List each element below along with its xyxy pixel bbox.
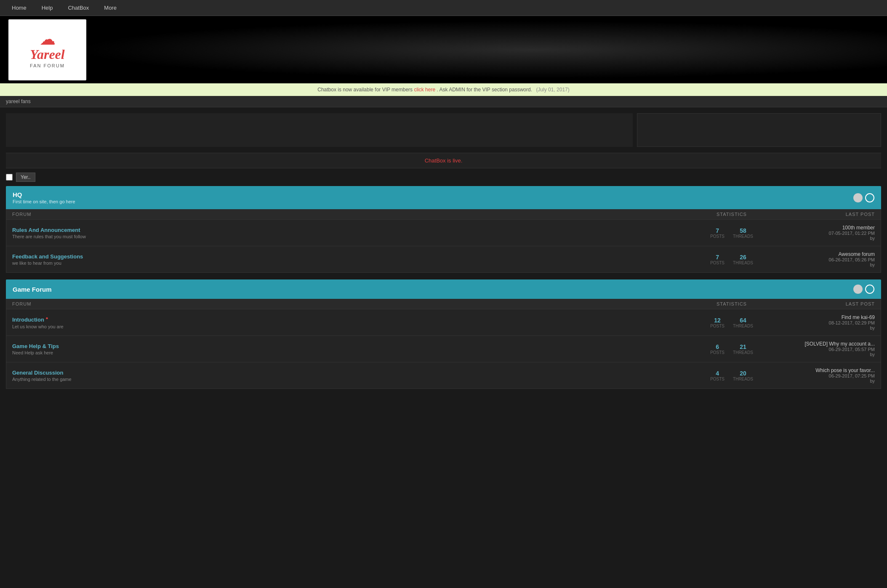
posts-label: POSTS	[710, 261, 725, 265]
table-row: Introduction ● Let us know who you are 1…	[6, 309, 881, 336]
table-row: Rules And Announcement There are rules t…	[6, 220, 881, 246]
forum-name[interactable]: General Discussion	[12, 370, 698, 376]
circle-icon-2	[865, 193, 874, 202]
forum-name[interactable]: Rules And Announcement	[12, 227, 698, 233]
notice-suffix: . Ask ADMIN for the VIP section password…	[437, 87, 532, 93]
nav-more[interactable]: More	[96, 0, 124, 16]
col-forum-label2: FORUM	[12, 301, 698, 306]
forum-info: Feedback and Suggestions we like to hear…	[12, 253, 698, 266]
threads-count: 58	[733, 227, 753, 234]
logo-title: Yareel	[30, 47, 64, 62]
posts-label: POSTS	[710, 324, 725, 328]
col-lastpost-label2: LAST POST	[765, 301, 875, 306]
ad-left	[6, 113, 633, 147]
gameforum-table-header: FORUM STATISTICS LAST POST	[6, 299, 881, 309]
posts-stat: 7 POSTS	[710, 254, 725, 265]
category-hq-desc: First time on site, then go here	[13, 199, 75, 204]
col-lastpost-label: LAST POST	[765, 212, 875, 217]
lp-title[interactable]: [SOLVED] Why my account a...	[765, 341, 875, 347]
nav-chatbox[interactable]: ChatBox	[60, 0, 96, 16]
last-post: [SOLVED] Why my account a... 06-29-2017,…	[765, 341, 875, 357]
threads-label: THREADS	[733, 261, 753, 265]
breadcrumb: yareel fans	[0, 96, 887, 107]
posts-label: POSTS	[710, 377, 725, 381]
lp-title[interactable]: Find me kai-69	[765, 314, 875, 320]
last-post: Awesome forum 06-26-2017, 05:26 PM by	[765, 251, 875, 267]
threads-stat: 26 THREADS	[733, 254, 753, 265]
threads-label: THREADS	[733, 377, 753, 381]
logo-subtitle: FAN FORUM	[30, 63, 65, 68]
forum-info: Rules And Announcement There are rules t…	[12, 227, 698, 239]
hq-forum-table: FORUM STATISTICS LAST POST Rules And Ann…	[6, 209, 881, 273]
posts-count: 7	[710, 227, 725, 234]
threads-count: 64	[733, 317, 753, 324]
hq-table-header: FORUM STATISTICS LAST POST	[6, 209, 881, 220]
threads-label: THREADS	[733, 324, 753, 328]
threads-stat: 64 THREADS	[733, 317, 753, 328]
lp-title[interactable]: Awesome forum	[765, 251, 875, 257]
posts-stat: 7 POSTS	[710, 227, 725, 239]
circle-icon-3	[853, 285, 863, 294]
forum-name[interactable]: Introduction ●	[12, 316, 698, 323]
circle-icon-4	[865, 285, 874, 294]
posts-stat: 12 POSTS	[710, 317, 725, 328]
posts-stat: 6 POSTS	[710, 343, 725, 355]
yer-button[interactable]: Yer..	[16, 173, 35, 182]
threads-stat: 21 THREADS	[733, 343, 753, 355]
yer-checkbox[interactable]	[6, 174, 13, 181]
nav-home[interactable]: Home	[4, 0, 34, 16]
last-post: Find me kai-69 08-12-2017, 02:29 PM by	[765, 314, 875, 330]
lp-title[interactable]: Which pose is your favor...	[765, 367, 875, 373]
last-post: Which pose is your favor... 06-29-2017, …	[765, 367, 875, 383]
logo-cloud-icon: ☁	[40, 31, 56, 47]
lp-date: 06-29-2017, 05:57 PM	[765, 347, 875, 352]
posts-count: 4	[710, 370, 725, 377]
lp-by: by	[765, 236, 875, 241]
lp-date: 06-26-2017, 05:26 PM	[765, 257, 875, 262]
forum-name[interactable]: Game Help & Tips	[12, 343, 698, 349]
category-gameforum-icons	[853, 285, 874, 294]
forum-sub: Anything related to the game	[12, 377, 698, 382]
forum-name[interactable]: Feedback and Suggestions	[12, 253, 698, 260]
category-hq-title: HQ	[13, 191, 75, 198]
forum-stats: 7 POSTS 58 THREADS	[698, 227, 765, 239]
nav-help[interactable]: Help	[34, 0, 61, 16]
circle-icon-1	[853, 193, 863, 202]
lp-by: by	[765, 325, 875, 330]
ad-right	[637, 113, 881, 147]
yer-section: Yer..	[0, 168, 887, 186]
col-stats-label2: STATISTICS	[698, 301, 765, 306]
category-gameforum-header: Game Forum	[6, 279, 881, 299]
new-badge: ●	[45, 316, 48, 320]
lp-date: 08-12-2017, 02:29 PM	[765, 320, 875, 325]
lp-date: 07-05-2017, 01:22 PM	[765, 231, 875, 236]
notice-bar: Chatbox is now available for VIP members…	[0, 83, 887, 96]
logo-box: ☁ Yareel FAN FORUM	[8, 19, 86, 80]
lp-title[interactable]: 100th member	[765, 225, 875, 231]
forum-sub: we like to hear from you	[12, 261, 698, 266]
notice-link[interactable]: click here	[414, 87, 435, 93]
posts-count: 6	[710, 343, 725, 350]
table-row: Feedback and Suggestions we like to hear…	[6, 246, 881, 272]
chatbox-live-bar: ChatBox is live.	[6, 153, 881, 168]
last-post: 100th member 07-05-2017, 01:22 PM by	[765, 225, 875, 241]
forum-sub: Need Help ask here	[12, 350, 698, 355]
threads-stat: 58 THREADS	[733, 227, 753, 239]
gameforum-table: FORUM STATISTICS LAST POST Introduction …	[6, 299, 881, 389]
forum-stats: 7 POSTS 26 THREADS	[698, 254, 765, 265]
forum-stats: 4 POSTS 20 THREADS	[698, 370, 765, 381]
header-banner: ☁ Yareel FAN FORUM	[0, 16, 887, 83]
forum-info: General Discussion Anything related to t…	[12, 370, 698, 382]
threads-label: THREADS	[733, 350, 753, 355]
category-gameforum-title: Game Forum	[13, 286, 52, 293]
threads-count: 20	[733, 370, 753, 377]
table-row: Game Help & Tips Need Help ask here 6 PO…	[6, 336, 881, 362]
forum-info: Game Help & Tips Need Help ask here	[12, 343, 698, 355]
posts-label: POSTS	[710, 350, 725, 355]
col-stats-label: STATISTICS	[698, 212, 765, 217]
ads-section	[0, 107, 887, 153]
lp-by: by	[765, 378, 875, 383]
posts-stat: 4 POSTS	[710, 370, 725, 381]
posts-count: 12	[710, 317, 725, 324]
notice-date: (July 01, 2017)	[536, 87, 569, 93]
